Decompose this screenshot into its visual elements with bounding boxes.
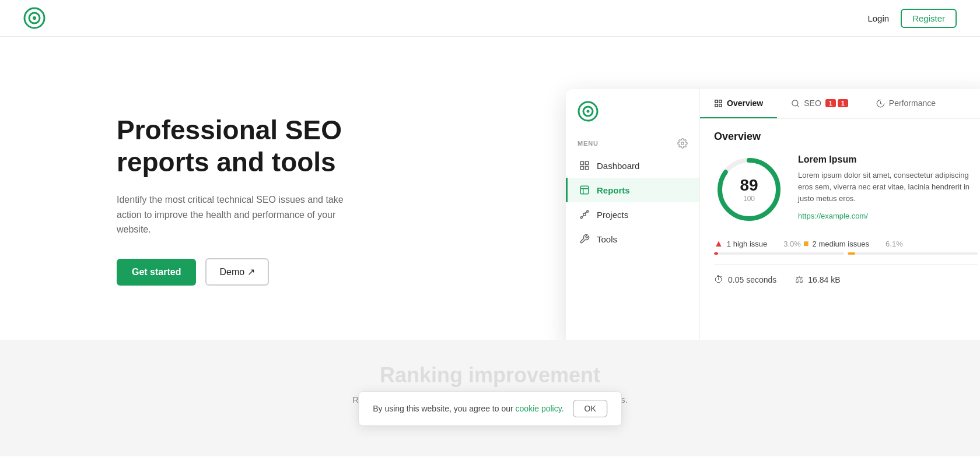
app-tabs: Overview SEO 1 1 <box>700 89 980 119</box>
tab-seo[interactable]: SEO 1 1 <box>777 89 862 118</box>
progress-bar-row <box>714 252 978 255</box>
svg-point-16 <box>580 217 582 219</box>
medium-issue-icon: ■ <box>803 238 809 249</box>
stat-size-value: 16.84 kB <box>808 275 840 284</box>
sidebar-item-label-dashboard: Dashboard <box>597 161 639 171</box>
svg-rect-11 <box>580 186 589 194</box>
sidebar-item-dashboard[interactable]: Dashboard <box>566 153 699 178</box>
logo-icon <box>23 7 46 29</box>
svg-rect-9 <box>580 167 583 170</box>
sidebar-item-tools[interactable]: Tools <box>566 227 699 251</box>
card-description: Lorem ipsum dolor sit amet, consectetur … <box>798 170 978 205</box>
medium-progress-fill <box>848 252 855 255</box>
app-main: Overview SEO 1 1 <box>700 89 980 340</box>
tab-overview-label: Overview <box>727 98 763 108</box>
medium-issue-label: 2 medium issues <box>813 240 870 248</box>
seo-badge-count2: 1 <box>838 99 848 107</box>
high-issue-label: 1 high issue <box>727 240 767 248</box>
sidebar-item-reports[interactable]: Reports <box>566 178 699 202</box>
high-issue-percent: 3.0% <box>783 240 801 248</box>
projects-icon <box>579 209 590 220</box>
hero-description: Identify the most critical technical SEO… <box>117 192 362 237</box>
tab-seo-label: SEO <box>804 98 821 108</box>
svg-point-6 <box>681 142 684 145</box>
logo <box>23 7 46 29</box>
score-circle: 89 100 <box>714 154 784 224</box>
login-button[interactable]: Login <box>867 13 889 23</box>
grid-icon <box>714 99 723 108</box>
cookie-banner: By using this website, you agree to our … <box>358 391 622 426</box>
svg-point-23 <box>792 100 798 105</box>
overview-score-row: 89 100 Lorem Ipsum Lorem ipsum dolor sit… <box>714 154 978 224</box>
stat-time: ⏱ 0.05 seconds <box>714 275 776 285</box>
svg-rect-7 <box>580 161 583 164</box>
svg-point-2 <box>33 16 36 20</box>
app-preview: MENU Dashboard Reports <box>566 89 980 340</box>
dashboard-icon <box>579 160 590 171</box>
gauge-icon <box>876 99 885 108</box>
seo-badge-count1: 1 <box>825 99 836 107</box>
issues-row: ▲ 1 high issue 3.0% ■ 2 medium issues 6.… <box>714 238 978 249</box>
svg-rect-8 <box>586 161 589 164</box>
hero-section: Professional SEO reports and tools Ident… <box>0 37 980 340</box>
tab-performance[interactable]: Performance <box>862 89 950 118</box>
hero-buttons: Get started Demo ↗ <box>117 258 362 286</box>
seo-badge: 1 1 <box>825 99 848 107</box>
header-nav: Login Register <box>867 9 957 28</box>
svg-rect-21 <box>715 104 718 106</box>
tab-overview[interactable]: Overview <box>700 89 777 118</box>
tab-performance-label: Performance <box>889 98 936 108</box>
card-link[interactable]: https://example.com/ <box>798 212 868 220</box>
hero-title: Professional SEO reports and tools <box>117 114 362 178</box>
high-issue-icon: ▲ <box>714 238 723 249</box>
header: Login Register <box>0 0 980 37</box>
svg-line-17 <box>584 212 587 213</box>
svg-point-15 <box>587 210 589 212</box>
hero-text: Professional SEO reports and tools Ident… <box>117 114 362 286</box>
card-title: Lorem Ipsum <box>798 154 978 165</box>
medium-issue-percent: 6.1% <box>886 240 903 248</box>
register-button[interactable]: Register <box>901 9 957 28</box>
sidebar-item-projects[interactable]: Projects <box>566 202 699 227</box>
svg-point-5 <box>587 110 590 113</box>
score-text: 89 100 <box>740 176 758 203</box>
high-progress-bar <box>714 252 844 255</box>
settings-icon <box>677 138 688 149</box>
search-icon <box>791 99 800 108</box>
svg-rect-19 <box>715 100 718 102</box>
app-sidebar: MENU Dashboard Reports <box>566 89 700 340</box>
sidebar-menu-label: MENU <box>566 130 699 153</box>
balance-icon: ⚖ <box>795 274 803 285</box>
timer-icon: ⏱ <box>714 275 723 285</box>
issue-high: ▲ 1 high issue <box>714 238 767 249</box>
svg-rect-20 <box>719 100 722 102</box>
svg-rect-10 <box>586 167 589 170</box>
demo-button[interactable]: Demo ↗ <box>205 258 268 286</box>
high-progress-fill <box>714 252 718 255</box>
sidebar-item-label-reports: Reports <box>597 185 630 195</box>
overview-title: Overview <box>714 131 978 143</box>
tools-icon <box>579 234 590 244</box>
bottom-title: Ranking improvement <box>117 363 863 388</box>
stats-row: ⏱ 0.05 seconds ⚖ 16.84 kB <box>714 264 978 285</box>
medium-progress-bar <box>848 252 978 255</box>
cookie-ok-button[interactable]: OK <box>573 400 607 417</box>
overview-panel: Overview 89 100 <box>700 119 980 340</box>
stat-size: ⚖ 16.84 kB <box>795 274 840 285</box>
sidebar-item-label-tools: Tools <box>597 234 617 244</box>
score-value: 89 <box>740 176 758 195</box>
svg-rect-22 <box>719 104 722 106</box>
sidebar-logo <box>566 89 699 130</box>
score-total: 100 <box>740 195 758 203</box>
cookie-message: By using this website, you agree to our … <box>373 404 564 413</box>
score-info: Lorem Ipsum Lorem ipsum dolor sit amet, … <box>798 154 978 221</box>
cookie-link[interactable]: cookie policy. <box>516 404 564 413</box>
stat-time-value: 0.05 seconds <box>728 275 776 284</box>
svg-line-24 <box>797 105 799 107</box>
issue-medium: ■ 2 medium issues <box>803 238 869 249</box>
get-started-button[interactable]: Get started <box>117 259 196 286</box>
sidebar-logo-icon <box>578 101 598 122</box>
reports-icon <box>579 185 590 195</box>
sidebar-item-label-projects: Projects <box>597 210 628 220</box>
svg-line-18 <box>582 216 584 217</box>
